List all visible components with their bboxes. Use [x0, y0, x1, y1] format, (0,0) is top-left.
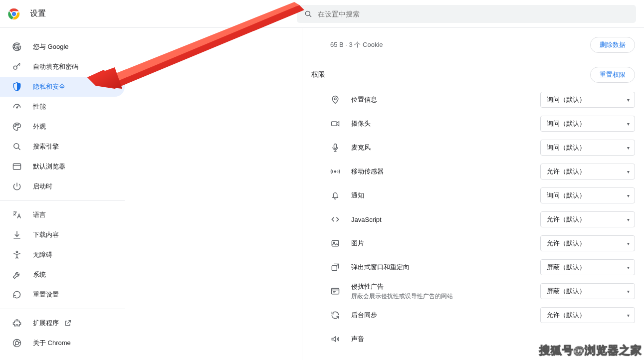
- reset-icon: [12, 290, 22, 300]
- page-title: 设置: [30, 8, 46, 19]
- permission-select-notifications[interactable]: 询问（默认）: [540, 187, 635, 203]
- sidebar-item-search-engine[interactable]: 搜索引擎: [0, 137, 125, 157]
- svg-point-9: [15, 124, 16, 125]
- sidebar-item-label: 隐私和安全: [33, 82, 65, 91]
- permission-label: 位置信息: [351, 95, 377, 104]
- translate-icon: [12, 210, 22, 220]
- permission-select-camera[interactable]: 询问（默认）: [540, 116, 635, 132]
- permission-select-ads[interactable]: 屏蔽（默认）: [540, 283, 635, 299]
- permission-row-images: 图片允许（默认）: [302, 231, 635, 255]
- permission-select-microphone[interactable]: 询问（默认）: [540, 140, 635, 156]
- svg-rect-26: [332, 288, 339, 294]
- sidebar-item-default-browser[interactable]: 默认浏览器: [0, 157, 125, 177]
- sidebar-item-languages[interactable]: 语言: [0, 205, 125, 225]
- permission-select-value: 询问（默认）: [547, 143, 586, 152]
- bell-icon: [330, 190, 340, 200]
- permission-row-bgsync: 后台同步允许（默认）: [302, 303, 635, 327]
- permission-row-microphone: 麦克风询问（默认）: [302, 136, 635, 160]
- chrome-icon: [12, 338, 22, 348]
- permission-texts: 摄像头: [351, 119, 371, 128]
- browser-icon: [12, 162, 22, 172]
- sidebar-item-label: 默认浏览器: [33, 162, 65, 171]
- sidebar-item-label: 外观: [33, 122, 46, 131]
- svg-rect-20: [332, 122, 337, 126]
- sidebar-item-accessibility[interactable]: 无障碍: [0, 245, 125, 265]
- permission-select-location[interactable]: 询问（默认）: [540, 92, 635, 108]
- svg-point-22: [334, 171, 336, 172]
- image-icon: [330, 238, 340, 248]
- sidebar-item-label: 自动填充和密码: [33, 62, 78, 71]
- topbar: 设置: [0, 0, 644, 28]
- sidebar-item-downloads[interactable]: 下载内容: [0, 225, 125, 245]
- google-icon: [12, 42, 22, 52]
- search-field[interactable]: [297, 5, 636, 23]
- sound-icon: [330, 334, 340, 344]
- sidebar-item-about[interactable]: 关于 Chrome: [0, 333, 125, 353]
- search-icon: [12, 142, 22, 152]
- permission-select-images[interactable]: 允许（默认）: [540, 235, 635, 251]
- permission-texts: 移动传感器: [351, 167, 384, 176]
- permission-texts: 通知: [351, 191, 364, 200]
- sidebar-item-on-startup[interactable]: 启动时: [0, 177, 125, 196]
- permission-select-javascript[interactable]: 允许（默认）: [540, 211, 635, 227]
- sidebar-item-reset[interactable]: 重置设置: [0, 285, 125, 305]
- permission-label: 弹出式窗口和重定向: [351, 263, 410, 272]
- permission-label: 图片: [351, 239, 364, 248]
- search-input[interactable]: [318, 10, 629, 18]
- permission-texts: 弹出式窗口和重定向: [351, 263, 410, 272]
- permission-row-ads: 侵扰性广告屏蔽会展示侵扰性或误导性广告的网站屏蔽（默认）: [302, 279, 635, 303]
- permission-select-value: 允许（默认）: [547, 239, 586, 248]
- permission-label: 摄像头: [351, 119, 371, 128]
- permission-select-value: 询问（默认）: [547, 95, 586, 104]
- svg-line-5: [309, 15, 311, 17]
- permissions-header: 权限 重置权限: [302, 62, 635, 88]
- permission-row-javascript: JavaScript允许（默认）: [302, 207, 635, 231]
- sidebar-item-system[interactable]: 系统: [0, 265, 125, 285]
- svg-point-11: [14, 144, 19, 149]
- sidebar-item-you-google[interactable]: 您与 Google: [0, 37, 125, 57]
- permission-label: 侵扰性广告: [351, 282, 453, 291]
- svg-rect-13: [13, 164, 21, 170]
- motion-icon: [330, 167, 340, 177]
- key-icon: [12, 62, 22, 72]
- pin-icon: [330, 95, 340, 105]
- svg-point-16: [16, 251, 17, 253]
- svg-point-6: [13, 66, 17, 69]
- permission-select-bgsync[interactable]: 允许（默认）: [540, 307, 635, 323]
- sidebar-item-performance[interactable]: 性能: [0, 97, 125, 117]
- sidebar-divider: [0, 309, 125, 309]
- permission-row-motion: 移动传感器允许（默认）: [302, 160, 635, 183]
- sidebar-item-appearance[interactable]: 外观: [0, 117, 125, 137]
- permission-select-value: 允许（默认）: [547, 215, 586, 224]
- open-external-icon: [64, 319, 72, 327]
- power-icon: [12, 181, 22, 191]
- sidebar-item-label: 无障碍: [33, 250, 52, 259]
- shield-icon: [12, 82, 22, 92]
- permission-select-value: 询问（默认）: [547, 119, 586, 128]
- permission-select-motion[interactable]: 允许（默认）: [540, 164, 635, 180]
- usage-row: 65 B · 3 个 Cookie 删除数据: [302, 28, 635, 62]
- usage-text: 65 B · 3 个 Cookie: [330, 40, 383, 49]
- reset-permissions-button[interactable]: 重置权限: [590, 67, 635, 83]
- camera-icon: [330, 119, 340, 129]
- permission-texts: 后台同步: [351, 311, 377, 320]
- svg-point-2: [12, 11, 16, 15]
- permission-select-value: 允许（默认）: [547, 311, 586, 320]
- permission-texts: 图片: [351, 239, 364, 248]
- svg-rect-23: [332, 240, 338, 246]
- extension-icon: [12, 318, 22, 328]
- content-panel: 65 B · 3 个 Cookie 删除数据 权限 重置权限 位置信息询问（默认…: [302, 28, 644, 360]
- accessibility-icon: [12, 250, 22, 260]
- sidebar-item-privacy[interactable]: 隐私和安全: [0, 77, 125, 97]
- permission-texts: 麦克风: [351, 143, 371, 152]
- sidebar-item-extensions[interactable]: 扩展程序: [0, 313, 125, 333]
- permission-select-value: 屏蔽（默认）: [547, 287, 586, 296]
- permission-row-popups: 弹出式窗口和重定向屏蔽（默认）: [302, 255, 635, 279]
- permission-label: JavaScript: [351, 216, 382, 223]
- svg-point-18: [15, 342, 19, 345]
- sidebar-item-autofill[interactable]: 自动填充和密码: [0, 57, 125, 77]
- permission-texts: 位置信息: [351, 95, 377, 104]
- permission-select-popups[interactable]: 屏蔽（默认）: [540, 259, 635, 275]
- permission-sublabel: 屏蔽会展示侵扰性或误导性广告的网站: [351, 292, 453, 301]
- clear-data-button[interactable]: 删除数据: [590, 37, 635, 53]
